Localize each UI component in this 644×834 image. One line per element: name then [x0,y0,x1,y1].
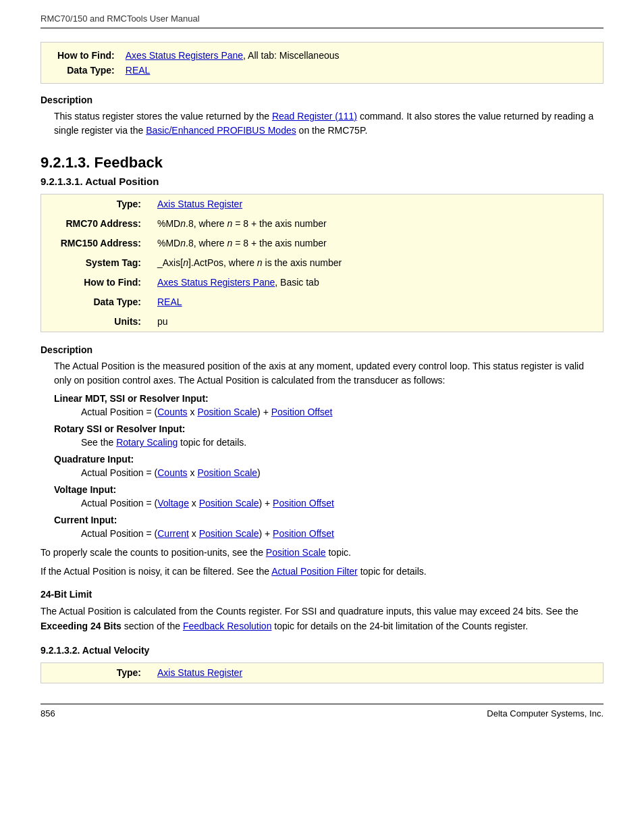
subsection-title: 9.2.1.3.1. Actual Position [41,176,603,187]
table-row: How to Find: Axes Status Registers Pane,… [41,273,603,292]
rotary-scaling-link[interactable]: Rotary Scaling [116,437,178,448]
real-link[interactable]: REAL [126,65,151,76]
axis-status-register-link[interactable]: Axis Status Register [157,199,242,209]
page-header: RMC70/150 and RMCTools User Manual [41,14,603,28]
position-offset-link1[interactable]: Position Offset [271,407,333,417]
position-scale-link4[interactable]: Position Scale [199,528,259,539]
bit-limit-text1: The Actual Position is calculated from t… [41,606,579,617]
feedback-resolution-link[interactable]: Feedback Resolution [183,621,272,631]
voltage-link[interactable]: Voltage [157,498,189,509]
description2-para1: The Actual Position is the measured posi… [54,359,603,388]
top-info-box: How to Find: Axes Status Registers Pane,… [41,42,603,84]
formula-voltage-body: Actual Position = (Voltage x Position Sc… [81,496,603,511]
axis-status-register-link2[interactable]: Axis Status Register [157,667,242,678]
description1-para: This status register stores the value re… [54,109,603,138]
position-scale-link3[interactable]: Position Scale [199,498,259,509]
how-to-find-label: How to Find: [52,48,120,63]
exceeding-24-bits-bold: Exceeding 24 Bits [41,621,122,631]
bit-limit-para: The Actual Position is calculated from t… [41,604,603,634]
formula-quadrature-label: Quadrature Input: [54,454,603,465]
table-row: RMC150 Address: %MDn.8, where n = 8 + th… [41,234,603,253]
page-footer: 856 Delta Computer Systems, Inc. [41,704,603,719]
real-link2[interactable]: REAL [157,296,182,307]
desc1-text1: This status register stores the value re… [54,111,272,122]
position-offset-link2[interactable]: Position Offset [273,498,334,509]
type-value: Axis Status Register [149,194,603,214]
formula-voltage-label: Voltage Input: [54,484,603,495]
bit-limit-heading: 24-Bit Limit [41,589,603,600]
units-label: Units: [41,312,149,332]
page: RMC70/150 and RMCTools User Manual How t… [0,0,644,834]
data-type-label2: Data Type: [41,292,149,312]
formula-rotary-body: See the Rotary Scaling topic for details… [81,436,603,450]
position-scale-link2[interactable]: Position Scale [197,467,257,478]
formula-current-label: Current Input: [54,515,603,525]
type-label: Type: [41,194,149,214]
counts-link2[interactable]: Counts [157,467,187,478]
system-tag-label: System Tag: [41,253,149,273]
formula-linear-label: Linear MDT, SSI or Resolver Input: [54,393,603,404]
header-title: RMC70/150 and RMCTools User Manual [41,14,200,24]
formula-quadrature-body: Actual Position = (Counts x Position Sca… [81,466,603,480]
profibus-modes-link[interactable]: Basic/Enhanced PROFIBUS Modes [146,125,296,136]
position-scale-topic-link[interactable]: Position Scale [266,547,326,558]
formula-quadrature: Quadrature Input: Actual Position = (Cou… [54,454,603,480]
how-to-find-value: Axes Status Registers Pane, All tab: Mis… [120,48,345,63]
axes-status-pane-link2[interactable]: Axes Status Registers Pane [157,277,275,288]
formula-rotary: Rotary SSI or Resolver Input: See the Ro… [54,423,603,450]
desc2-text1: The Actual Position is the measured posi… [54,361,584,386]
data-type-value: REAL [120,63,345,78]
formula-voltage: Voltage Input: Actual Position = (Voltag… [54,484,603,511]
rmc70-value: %MDn.8, where n = 8 + the axis number [149,214,603,234]
type2-label: Type: [41,663,149,683]
actual-position-filter-link[interactable]: Actual Position Filter [271,566,358,577]
axes-status-registers-link[interactable]: Axes Status Registers Pane [126,50,243,61]
formula-rotary-label: Rotary SSI or Resolver Input: [54,423,603,434]
description2-heading: Description [41,344,603,355]
section-title: 9.2.1.3. Feedback [41,154,163,171]
subsection2-title: 9.2.1.3.2. Actual Velocity [41,645,603,656]
counts-link1[interactable]: Counts [157,407,187,417]
para3: If the Actual Position is noisy, it can … [41,564,603,579]
current-link[interactable]: Current [157,528,189,539]
table-row: Type: Axis Status Register [41,663,603,683]
formula-current: Current Input: Actual Position = (Curren… [54,515,603,541]
position-offset-link3[interactable]: Position Offset [273,528,334,539]
formula-linear: Linear MDT, SSI or Resolver Input: Actua… [54,393,603,419]
type2-value: Axis Status Register [149,663,603,683]
table-row: Units: pu [41,312,603,332]
position-scale-link1[interactable]: Position Scale [197,407,257,417]
how-to-find-value2: Axes Status Registers Pane, Basic tab [149,273,603,292]
formula-current-body: Actual Position = (Current x Position Sc… [81,527,603,541]
company-name: Delta Computer Systems, Inc. [487,708,603,719]
para2: To properly scale the counts to position… [41,545,603,560]
description1-heading: Description [41,95,603,105]
rmc150-value: %MDn.8, where n = 8 + the axis number [149,234,603,253]
formula-linear-body: Actual Position = (Counts x Position Sca… [81,405,603,419]
bit-limit-text3: topic for details on the 24-bit limitati… [271,621,528,631]
data-type-value2: REAL [149,292,603,312]
data-type-label: Data Type: [52,63,120,78]
units-value: pu [149,312,603,332]
bit-limit-text2: section of the [122,621,183,631]
how-to-find-label2: How to Find: [41,273,149,292]
rmc70-label: RMC70 Address: [41,214,149,234]
table-row: Data Type: REAL [41,292,603,312]
how-to-find-suffix: , All tab: Miscellaneous [243,50,339,61]
type-table: Type: Axis Status Register RMC70 Address… [41,194,603,332]
desc1-text3: on the RMC75P. [296,125,368,136]
type-table2: Type: Axis Status Register [41,662,603,683]
table-row: System Tag: _Axis[n].ActPos, where n is … [41,253,603,273]
table-row: RMC70 Address: %MDn.8, where n = 8 + the… [41,214,603,234]
table-row: Type: Axis Status Register [41,194,603,214]
page-number: 856 [41,708,55,719]
system-tag-value: _Axis[n].ActPos, where n is the axis num… [149,253,603,273]
read-register-link[interactable]: Read Register (111) [272,111,357,122]
rmc150-label: RMC150 Address: [41,234,149,253]
